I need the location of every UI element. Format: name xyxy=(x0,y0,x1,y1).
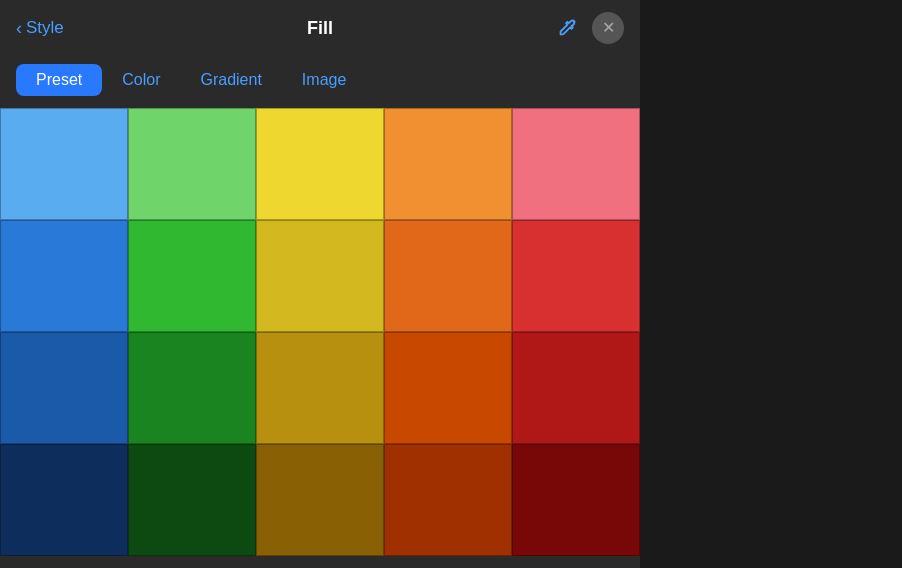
close-button[interactable]: ✕ xyxy=(592,12,624,44)
tab-gradient[interactable]: Gradient xyxy=(180,64,281,96)
color-cell[interactable] xyxy=(384,444,512,556)
color-cell[interactable] xyxy=(0,108,128,220)
color-cell[interactable] xyxy=(128,108,256,220)
color-cell[interactable] xyxy=(128,220,256,332)
color-cell[interactable] xyxy=(256,444,384,556)
color-cell[interactable] xyxy=(256,220,384,332)
close-icon: ✕ xyxy=(602,20,615,36)
color-cell[interactable] xyxy=(512,108,640,220)
fill-panel: ‹ Style Fill ✕ Preset Color Gradient Ima… xyxy=(0,0,640,568)
back-label: Style xyxy=(26,18,64,38)
tab-color[interactable]: Color xyxy=(102,64,180,96)
color-cell[interactable] xyxy=(128,444,256,556)
tab-preset[interactable]: Preset xyxy=(16,64,102,96)
color-cell[interactable] xyxy=(512,332,640,444)
eyedropper-button[interactable] xyxy=(552,13,582,43)
panel-header: ‹ Style Fill ✕ xyxy=(0,0,640,56)
eyedropper-icon xyxy=(556,17,578,39)
back-button[interactable]: ‹ Style xyxy=(16,18,64,39)
color-cell[interactable] xyxy=(256,332,384,444)
color-grid xyxy=(0,108,640,556)
color-cell[interactable] xyxy=(0,444,128,556)
color-cell[interactable] xyxy=(256,108,384,220)
chevron-left-icon: ‹ xyxy=(16,18,22,39)
color-cell[interactable] xyxy=(512,444,640,556)
color-cell[interactable] xyxy=(0,332,128,444)
color-cell[interactable] xyxy=(384,332,512,444)
color-cell[interactable] xyxy=(0,220,128,332)
color-cell[interactable] xyxy=(384,108,512,220)
panel-title: Fill xyxy=(16,18,624,39)
color-grid-container xyxy=(0,108,640,556)
color-cell[interactable] xyxy=(384,220,512,332)
tab-bar: Preset Color Gradient Image xyxy=(0,56,640,108)
header-actions: ✕ xyxy=(552,12,624,44)
color-cell[interactable] xyxy=(512,220,640,332)
color-cell[interactable] xyxy=(128,332,256,444)
tab-image[interactable]: Image xyxy=(282,64,366,96)
